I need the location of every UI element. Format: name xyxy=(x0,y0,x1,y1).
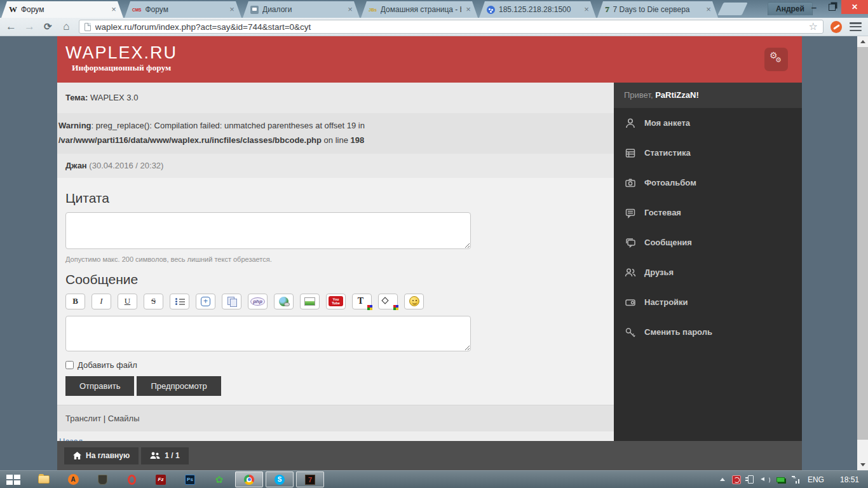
power-tray-icon[interactable] xyxy=(748,475,754,484)
pages-button[interactable]: 1 / 1 xyxy=(141,447,188,464)
tab-close-icon[interactable] xyxy=(109,5,118,14)
forward-button[interactable] xyxy=(22,19,37,34)
tab-title: 7 Days to Die сервера xyxy=(613,5,702,14)
avast-icon[interactable]: A xyxy=(64,472,82,487)
signal-tray-icon[interactable] xyxy=(792,476,801,484)
site-wrapper: WAPLEX.RU Информационный форум ⚙ ⚙ Тема:… xyxy=(57,36,802,470)
chrome-taskbar-button[interactable] xyxy=(235,471,263,487)
scrollbar-thumb[interactable] xyxy=(857,47,868,440)
skype-taskbar-button[interactable]: S xyxy=(266,471,294,487)
tray-expand-icon[interactable] xyxy=(720,478,725,481)
bold-button[interactable]: B xyxy=(65,294,85,309)
settings-gear-button[interactable]: ⚙ ⚙ xyxy=(764,48,788,71)
scroll-up-arrow[interactable] xyxy=(857,36,868,47)
wot-icon[interactable] xyxy=(93,472,111,487)
network-tray-icon[interactable] xyxy=(776,477,785,482)
tab-close-icon[interactable] xyxy=(227,5,236,14)
extension-icon[interactable] xyxy=(831,21,842,33)
browser-tab-homepage[interactable]: JBs Домашняя страница - bi xyxy=(361,1,478,18)
translit-band: Транслит | Смайлы xyxy=(57,405,614,431)
reload-button[interactable] xyxy=(41,19,55,34)
smiles-link[interactable]: Смайлы xyxy=(108,414,140,423)
spoiler-button[interactable]: + xyxy=(196,294,215,309)
back-button[interactable] xyxy=(4,19,18,34)
reply-form: Цитата Допустимо макс. 200 символов, вес… xyxy=(57,178,614,396)
preview-button[interactable]: Предпросмотр xyxy=(137,376,220,396)
friends-icon xyxy=(624,266,637,279)
browser-tab-server[interactable]: 185.125.218.28:1500 xyxy=(479,1,596,18)
text-color-button[interactable]: T xyxy=(352,294,372,309)
tab-title: Домашняя страница - bi xyxy=(381,5,461,14)
link-separator: | xyxy=(104,414,105,423)
window-minimize-button[interactable] xyxy=(806,0,822,14)
tab-close-icon[interactable] xyxy=(464,5,473,14)
youtube-button[interactable]: You Tube xyxy=(326,294,346,309)
smiley-button[interactable] xyxy=(404,294,424,309)
globe-link-icon xyxy=(279,297,288,306)
opera-icon[interactable] xyxy=(123,472,140,487)
window-close-button[interactable] xyxy=(841,0,868,14)
copy-icon xyxy=(227,297,236,306)
tab-title: Диалоги xyxy=(262,5,343,14)
bg-color-button[interactable] xyxy=(378,294,398,309)
address-bar[interactable]: waplex.ru/forum/index.php?act=say&id=744… xyxy=(79,20,824,34)
strikethrough-button[interactable]: S xyxy=(144,294,163,309)
clock[interactable]: 18:51 xyxy=(840,475,859,484)
tab-close-icon[interactable] xyxy=(346,5,355,14)
language-indicator[interactable]: ENG xyxy=(808,475,824,484)
copy-button[interactable] xyxy=(222,294,241,309)
volume-tray-icon[interactable] xyxy=(761,475,770,484)
message-textarea[interactable] xyxy=(65,316,471,351)
sidebar-item-guestbook[interactable]: Гостевая xyxy=(614,198,802,227)
url-text[interactable]: waplex.ru/forum/index.php?act=say&id=744… xyxy=(95,22,808,32)
photoshop-icon[interactable]: Ps xyxy=(181,472,199,487)
list-button[interactable] xyxy=(170,294,189,309)
browser-menu-icon[interactable] xyxy=(850,22,862,31)
start-button[interactable] xyxy=(6,475,20,485)
browser-tab-forum-active[interactable]: W Форум xyxy=(1,1,123,18)
page-scrollbar[interactable] xyxy=(857,36,868,470)
logo-title: WAPLEX.RU xyxy=(65,44,177,62)
explorer-icon[interactable] xyxy=(35,472,53,487)
skype-icon: S xyxy=(275,475,285,485)
sidebar-item-friends[interactable]: Друзья xyxy=(614,257,802,287)
submit-button[interactable]: Отправить xyxy=(65,376,134,396)
7days-taskbar-button[interactable]: 7 xyxy=(296,471,324,487)
sidebar-item-change-password[interactable]: Сменить пароль xyxy=(614,317,802,347)
new-tab-button[interactable] xyxy=(717,3,747,15)
filezilla-icon[interactable]: Fz xyxy=(152,472,170,487)
attach-file-checkbox[interactable] xyxy=(65,361,74,369)
php-code-button[interactable]: php xyxy=(248,294,268,309)
tab-close-icon[interactable] xyxy=(582,5,591,14)
home-page-button[interactable]: На главную xyxy=(64,447,139,464)
recorder-tray-icon[interactable] xyxy=(732,475,741,484)
tab-close-icon[interactable] xyxy=(704,5,713,14)
image-button[interactable] xyxy=(300,294,320,309)
sidebar-item-statistics[interactable]: Статистика xyxy=(614,138,802,168)
sidebar-item-label: Сменить пароль xyxy=(644,327,712,337)
quote-textarea[interactable] xyxy=(65,212,471,249)
sidebar-item-photos[interactable]: Фотоальбом xyxy=(614,168,802,198)
sidebar-item-profile[interactable]: Моя анкета xyxy=(614,108,802,138)
warning-line-text: on line xyxy=(322,135,351,145)
browser-tab-dialogs[interactable]: Диалоги xyxy=(243,1,360,18)
sidebar-item-settings[interactable]: Настройки xyxy=(614,287,802,317)
browser-tabstrip: W Форум CMS Форум Диалоги JBs Домашняя с… xyxy=(0,0,868,18)
browser-tab-forum-cms[interactable]: CMS Форум xyxy=(125,1,241,18)
underline-button[interactable]: U xyxy=(118,294,137,309)
php-warning: Warning: preg_replace(): Compilation fai… xyxy=(57,113,614,154)
link-button[interactable] xyxy=(274,294,294,309)
smiley-icon xyxy=(409,296,419,306)
server-tab-icon xyxy=(487,6,495,14)
window-restore-button[interactable] xyxy=(824,0,840,14)
translit-link[interactable]: Транслит xyxy=(65,414,101,423)
icq-icon[interactable]: ✿ xyxy=(210,472,228,487)
bookmark-star-icon[interactable] xyxy=(808,21,819,32)
home-button[interactable] xyxy=(59,19,74,34)
italic-button[interactable]: I xyxy=(92,294,111,309)
site-logo[interactable]: WAPLEX.RU Информационный форум xyxy=(65,44,177,73)
quote-heading: Цитата xyxy=(65,191,606,206)
scroll-down-arrow[interactable] xyxy=(857,459,868,470)
sidebar-item-messages[interactable]: Сообщения xyxy=(614,227,802,257)
browser-tab-7days[interactable]: 7 7 Days to Die сервера xyxy=(597,1,718,18)
